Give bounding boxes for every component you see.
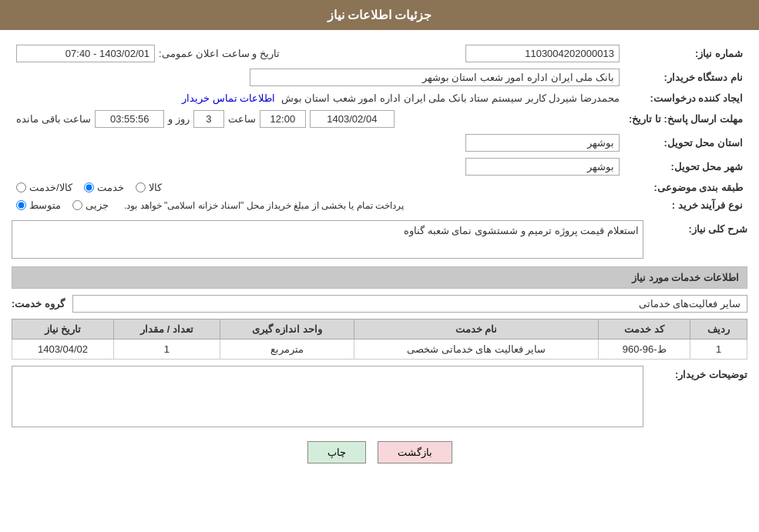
province-row: استان محل تحویل: بوشهر <box>12 131 747 155</box>
creator-row: ایجاد کننده درخواست: محمدرضا شیردل کاربر… <box>12 89 747 107</box>
page-wrapper: جزئیات اطلاعات نیاز شماره نیاز: 11030042… <box>0 0 759 532</box>
need-number-box: 1103004202000013 <box>465 45 620 62</box>
buyer-org-box: بانک ملی ایران اداره امور شعب استان بوشه… <box>250 69 620 86</box>
buyer-org-label: نام دستگاه خریدار: <box>624 65 747 89</box>
purchase-jozi[interactable]: جزیی <box>72 199 109 211</box>
response-time-box: 12:00 <box>260 110 306 128</box>
cell-date: 1403/04/02 <box>12 340 114 360</box>
city-row: شهر محل تحویل: بوشهر <box>12 155 747 179</box>
page-title: جزئیات اطلاعات نیاز <box>327 8 432 22</box>
city-value-cell: بوشهر <box>12 155 624 179</box>
content-area: شماره نیاز: 1103004202000013 1403/02/01 … <box>0 30 759 487</box>
group-service-value: سایر فعالیت‌های خدماتی <box>72 295 747 313</box>
table-row: 1ط-96-960سایر فعالیت های خدماتی شخصیمترم… <box>12 340 747 360</box>
col-service-code: کد خدمت <box>599 320 690 340</box>
col-service-name: نام خدمت <box>354 320 598 340</box>
purchase-type-row: نوع فرآیند خرید : متوسط جزیی <box>12 196 747 214</box>
date-row: ساعت باقی مانده 03:55:56 روز و 3 ساعت 12… <box>16 110 620 128</box>
buyer-notes-container: توضیحات خریدار: <box>12 366 747 430</box>
col-count: تعداد / مقدار <box>113 320 220 340</box>
category-khadamat-radio[interactable] <box>84 182 94 192</box>
purchase-type-value-cell: متوسط جزیی پرداخت تمام یا بخشی از مبلغ خ… <box>12 196 624 214</box>
col-unit: واحد اندازه گیری <box>220 320 354 340</box>
cell-unit: مترمربع <box>220 340 354 360</box>
purchase-motavasset[interactable]: متوسط <box>16 199 61 211</box>
cell-row: 1 <box>690 340 747 360</box>
city-label: شهر محل تحویل: <box>624 155 747 179</box>
announce-label: تاریخ و ساعت اعلان عمومی: <box>159 48 280 59</box>
time-label: ساعت <box>228 113 256 125</box>
category-kala-khadamat[interactable]: کالا/خدمت <box>16 182 72 193</box>
response-deadline-label: مهلت ارسال پاسخ: تا تاریخ: <box>624 107 747 131</box>
announce-area: 1403/02/01 - 07:40 تاریخ و ساعت اعلان عم… <box>12 42 371 65</box>
purchase-motavasset-label: متوسط <box>29 199 61 211</box>
main-info-table: شماره نیاز: 1103004202000013 1403/02/01 … <box>12 42 747 214</box>
purchase-jozi-label: جزیی <box>86 199 109 211</box>
category-value-cell: کالا/خدمت خدمت کالا <box>12 179 624 196</box>
services-table: ردیف کد خدمت نام خدمت واحد اندازه گیری ت… <box>12 319 747 360</box>
buyer-notes-label: توضیحات خریدار: <box>647 366 747 380</box>
creator-value: محمدرضا شیردل کاربر سیستم ستاد بانک ملی … <box>281 92 620 104</box>
cell-count: 1 <box>113 340 220 360</box>
page-header: جزئیات اطلاعات نیاز <box>0 0 759 30</box>
remaining-time-label: ساعت باقی مانده <box>16 113 91 125</box>
services-section-title: اطلاعات خدمات مورد نیاز <box>12 266 747 289</box>
cell-code: ط-96-960 <box>599 340 690 360</box>
category-radio-group: کالا/خدمت خدمت کالا <box>16 182 620 193</box>
remaining-time-box: 03:55:56 <box>95 110 164 128</box>
province-label: استان محل تحویل: <box>624 131 747 155</box>
buyer-org-value-cell: بانک ملی ایران اداره امور شعب استان بوشه… <box>12 65 624 89</box>
col-date: تاریخ نیاز <box>12 320 114 340</box>
need-number-row: شماره نیاز: 1103004202000013 1403/02/01 … <box>12 42 747 65</box>
description-container: شرح کلی نیاز: استعلام قیمت پروژه ترمیم و… <box>12 220 747 259</box>
announce-row: 1403/02/01 - 07:40 تاریخ و ساعت اعلان عم… <box>16 45 366 62</box>
response-deadline-values: ساعت باقی مانده 03:55:56 روز و 3 ساعت 12… <box>12 107 624 131</box>
back-button[interactable]: بازگشت <box>378 441 452 463</box>
purchase-jozi-radio[interactable] <box>72 200 82 210</box>
day-label: روز و <box>168 113 190 125</box>
category-kala-radio[interactable] <box>136 182 146 192</box>
need-number-label: شماره نیاز: <box>624 42 747 65</box>
cell-name: سایر فعالیت های خدماتی شخصی <box>354 340 598 360</box>
purchase-row: متوسط جزیی پرداخت تمام یا بخشی از مبلغ خ… <box>16 199 620 211</box>
response-day-box: 3 <box>193 110 224 128</box>
buyer-notes-area-wrapper <box>12 366 643 430</box>
category-kala-khadamat-radio[interactable] <box>16 182 26 192</box>
services-table-header-row: ردیف کد خدمت نام خدمت واحد اندازه گیری ت… <box>12 320 747 340</box>
creator-label: ایجاد کننده درخواست: <box>624 89 747 107</box>
group-service-label: گروه خدمت: <box>12 298 65 309</box>
col-row-num: ردیف <box>690 320 747 340</box>
description-value-area: استعلام قیمت پروژه ترمیم و شستشوی نمای ش… <box>12 220 643 259</box>
contact-link[interactable]: اطلاعات تماس خریدار <box>182 92 275 104</box>
purchase-type-label: نوع فرآیند خرید : <box>624 196 747 214</box>
response-deadline-row: مهلت ارسال پاسخ: تا تاریخ: ساعت باقی مان… <box>12 107 747 131</box>
city-box: بوشهر <box>465 158 620 176</box>
purchase-note: پرداخت تمام یا بخشی از مبلغ خریداز محل "… <box>124 200 404 211</box>
print-button[interactable]: چاپ <box>307 441 366 463</box>
purchase-radio-group: متوسط جزیی <box>16 199 109 211</box>
category-row: طبقه بندی موضوعی: کالا/خدمت خدمت کالا <box>12 179 747 196</box>
creator-value-cell: محمدرضا شیردل کاربر سیستم ستاد بانک ملی … <box>12 89 624 107</box>
announce-date-box: 1403/02/01 - 07:40 <box>16 45 155 62</box>
buyer-org-row: نام دستگاه خریدار: بانک ملی ایران اداره … <box>12 65 747 89</box>
category-kala-label: کالا <box>149 182 162 193</box>
category-kala[interactable]: کالا <box>136 182 162 193</box>
services-table-head: ردیف کد خدمت نام خدمت واحد اندازه گیری ت… <box>12 320 747 340</box>
category-label: طبقه بندی موضوعی: <box>624 179 747 196</box>
category-khadamat[interactable]: خدمت <box>84 182 124 193</box>
category-kala-khadamat-label: کالا/خدمت <box>29 182 72 193</box>
province-box: بوشهر <box>465 134 620 152</box>
buttons-row: بازگشت چاپ <box>12 441 747 463</box>
description-box: استعلام قیمت پروژه ترمیم و شستشوی نمای ش… <box>12 220 643 259</box>
category-khadamat-label: خدمت <box>97 182 124 193</box>
province-value-cell: بوشهر <box>12 131 624 155</box>
need-number-value: 1103004202000013 <box>409 42 624 65</box>
group-service-row: گروه خدمت: سایر فعالیت‌های خدماتی <box>12 295 747 313</box>
services-table-body: 1ط-96-960سایر فعالیت های خدماتی شخصیمترم… <box>12 340 747 360</box>
purchase-motavasset-radio[interactable] <box>16 200 26 210</box>
response-date-box: 1403/02/04 <box>310 110 395 128</box>
description-label: شرح کلی نیاز: <box>647 220 747 235</box>
buyer-notes-textarea[interactable] <box>12 366 643 427</box>
